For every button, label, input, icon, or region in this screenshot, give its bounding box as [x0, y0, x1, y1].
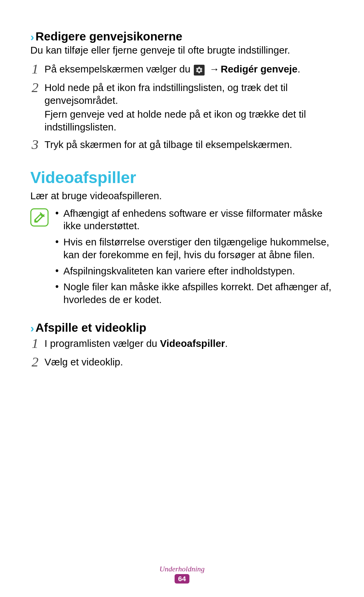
step-row: 2 Hold nede på et ikon fra indstillingsl…: [30, 81, 334, 133]
step-text: På eksempelskærmen vælger du: [44, 63, 193, 74]
step-bold: Redigér genveje: [221, 63, 298, 74]
chevron-icon: ›: [30, 30, 34, 43]
subheading-shortcuts: › Redigere genvejsikonerne: [30, 30, 334, 43]
chevron-icon: ›: [30, 322, 34, 335]
step-row: 3 Tryk på skærmen for at gå tilbage til …: [30, 138, 334, 152]
subheading-play: › Afspille et videoklip: [30, 321, 334, 334]
intro-text: Du kan tilføje eller fjerne genveje til …: [30, 44, 334, 57]
step-row: 1 I programlisten vælger du Videoafspill…: [30, 337, 334, 351]
section-play-video: › Afspille et videoklip 1 I programliste…: [30, 321, 334, 369]
note-icon: [30, 208, 49, 227]
step-text: Hold nede på et ikon fra indstillingslis…: [44, 81, 334, 107]
step-row: 1 På eksempelskærmen vælger du →Redigér …: [30, 63, 334, 77]
step-number: 1: [30, 62, 40, 76]
main-intro: Lær at bruge videoafspilleren.: [30, 189, 334, 202]
page-number-badge: 64: [175, 574, 189, 584]
subheading-text: Redigere genvejsikonerne: [35, 30, 182, 43]
step-number: 2: [30, 81, 40, 94]
step-body: På eksempelskærmen vælger du →Redigér ge…: [44, 63, 334, 76]
step-text: Tryk på skærmen for at gå tilbage til ek…: [44, 138, 334, 151]
step-bold: Videoafspiller: [160, 338, 225, 349]
step-text: Vælg et videoklip.: [44, 356, 334, 368]
steps-list: 1 I programlisten vælger du Videoafspill…: [30, 337, 334, 369]
step-row: 2 Vælg et videoklip.: [30, 356, 334, 369]
note-body: Afhængigt af enhedens software er visse …: [55, 207, 334, 309]
step-number: 1: [30, 336, 40, 350]
note-block: Afhængigt af enhedens software er visse …: [30, 207, 334, 309]
step-text: Fjern genveje ved at holde nede på et ik…: [44, 108, 334, 133]
arrow-icon: →: [209, 63, 219, 74]
footer-label: Underholdning: [0, 565, 364, 573]
bullet-item: Afhængigt af enhedens software er visse …: [55, 207, 334, 233]
bullet-item: Nogle filer kan måske ikke afspilles kor…: [55, 280, 334, 306]
step-suffix: .: [298, 63, 300, 74]
page-content: › Redigere genvejsikonerne Du kan tilføj…: [0, 0, 364, 369]
bullet-list: Afhængigt af enhedens software er visse …: [55, 207, 334, 306]
page-footer: Underholdning 64: [0, 565, 364, 584]
step-text: I programlisten vælger du: [44, 338, 160, 349]
step-number: 2: [30, 355, 40, 369]
gear-icon: [194, 65, 205, 76]
main-heading: Videoafspiller: [30, 168, 334, 187]
bullet-item: Afspilningskvaliteten kan variere efter …: [55, 265, 334, 277]
step-body: Hold nede på et ikon fra indstillingslis…: [44, 81, 334, 133]
step-number: 3: [30, 138, 40, 151]
subheading-text: Afspille et videoklip: [35, 321, 146, 334]
step-suffix: .: [225, 338, 228, 349]
step-body: I programlisten vælger du Videoafspiller…: [44, 337, 334, 350]
steps-list: 1 På eksempelskærmen vælger du →Redigér …: [30, 63, 334, 152]
bullet-item: Hvis en filstørrelse overstiger den tilg…: [55, 236, 334, 261]
